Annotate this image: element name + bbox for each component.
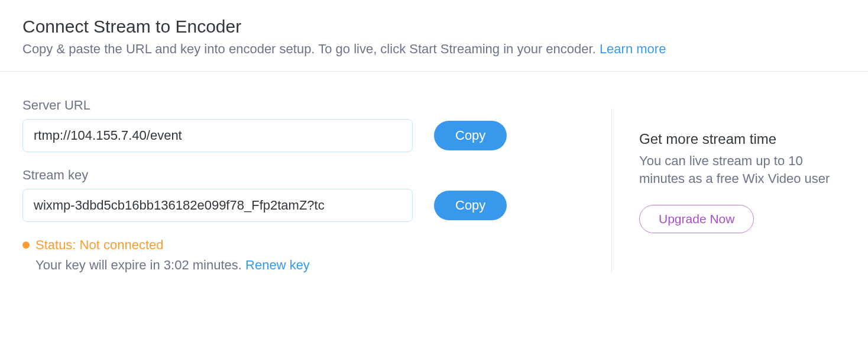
subtitle-text: Copy & paste the URL and key into encode…	[22, 41, 600, 56]
status-text: Status: Not connected	[35, 237, 163, 253]
upsell-text: You can live stream up to 10 minutes as …	[639, 152, 846, 187]
content: Server URL Copy Stream key Copy Status: …	[0, 72, 868, 285]
page-title: Connect Stream to Encoder	[22, 17, 846, 37]
stream-key-row: Copy	[22, 189, 590, 222]
status-dot-icon	[22, 242, 30, 249]
server-url-input[interactable]	[22, 119, 413, 152]
copy-server-url-button[interactable]: Copy	[434, 121, 507, 150]
upsell-title: Get more stream time	[639, 131, 846, 147]
learn-more-link[interactable]: Learn more	[600, 41, 666, 56]
expire-row: Your key will expire in 3:02 minutes. Re…	[22, 258, 590, 273]
copy-stream-key-button[interactable]: Copy	[434, 191, 507, 220]
expire-text: Your key will expire in 3:02 minutes.	[35, 258, 245, 272]
server-url-label: Server URL	[22, 98, 590, 113]
server-url-group: Server URL Copy	[22, 98, 590, 152]
page-subtitle: Copy & paste the URL and key into encode…	[22, 41, 846, 57]
renew-key-link[interactable]: Renew key	[245, 258, 310, 272]
header: Connect Stream to Encoder Copy & paste t…	[0, 0, 868, 72]
stream-key-group: Stream key Copy	[22, 168, 590, 222]
server-url-row: Copy	[22, 119, 590, 152]
upgrade-now-button[interactable]: Upgrade Now	[639, 205, 754, 233]
stream-key-label: Stream key	[22, 168, 590, 183]
status-row: Status: Not connected	[22, 237, 590, 253]
encoder-fields: Server URL Copy Stream key Copy Status: …	[22, 98, 590, 273]
stream-key-input[interactable]	[22, 189, 413, 222]
upsell-panel: Get more stream time You can live stream…	[639, 98, 846, 273]
column-divider	[611, 108, 612, 273]
